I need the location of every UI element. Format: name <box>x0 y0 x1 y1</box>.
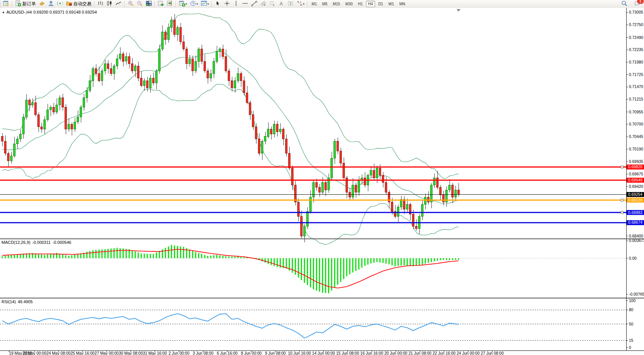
timeframe-h4-button[interactable]: H4 <box>366 1 375 7</box>
svg-text:0.69139: 0.69139 <box>628 198 642 202</box>
trendline-tool-button[interactable] <box>250 0 259 8</box>
svg-text:15 Jun 08:00: 15 Jun 08:00 <box>336 351 359 355</box>
templates-button[interactable]: ▾ <box>199 0 210 8</box>
price-axis[interactable]: 0.730050.727500.724900.722350.719800.717… <box>626 10 644 238</box>
cursor-icon <box>215 0 221 8</box>
svg-text:F: F <box>273 4 275 6</box>
linechart-icon <box>116 0 122 8</box>
svg-text:0.71470: 0.71470 <box>629 84 643 89</box>
svg-text:27 Jun 08:00: 27 Jun 08:00 <box>481 351 504 355</box>
chart-shift-button[interactable] <box>165 0 175 8</box>
crosshair-icon <box>224 0 230 8</box>
market-watch-button[interactable] <box>2 0 11 8</box>
rsi-indicator-label: RSI(14)49.4905 <box>2 299 35 304</box>
fibo-icon: F <box>269 0 275 8</box>
timeframe-m1-button[interactable]: M1 <box>309 1 319 7</box>
clock-icon <box>190 0 196 8</box>
auto-scroll-button[interactable] <box>156 0 165 8</box>
rsi-pane[interactable]: 1008050150 <box>0 298 636 350</box>
svg-text:24 Jun 00:00: 24 Jun 00:00 <box>457 351 480 355</box>
timeframe-m15-button[interactable]: M15 <box>330 1 342 7</box>
search-icon <box>621 0 627 8</box>
signals-button[interactable] <box>56 0 65 8</box>
horizontal-line-tool-button[interactable] <box>241 0 250 8</box>
chevron-down-icon[interactable]: ▾ <box>207 2 209 6</box>
market-button[interactable] <box>37 0 46 8</box>
macd-signal-value: -0.000546 <box>53 240 71 245</box>
svg-text:0.72750: 0.72750 <box>629 22 643 27</box>
svg-text:27 May 00:00: 27 May 00:00 <box>95 351 119 355</box>
tile-windows-button[interactable] <box>144 0 153 8</box>
line-chart-mode-button[interactable] <box>114 0 123 8</box>
community-button[interactable] <box>46 0 56 8</box>
autoscroll-icon <box>158 0 164 8</box>
svg-text:-0.007656: -0.007656 <box>629 292 644 296</box>
chevron-down-icon[interactable]: ▾ <box>185 2 187 6</box>
autotrading-button[interactable]: 自动交易 <box>65 0 93 8</box>
svg-text:50: 50 <box>629 322 633 326</box>
svg-text:22 Jun 16:00: 22 Jun 16:00 <box>432 351 456 355</box>
svg-text:80: 80 <box>629 307 633 312</box>
svg-text:0.68883: 0.68883 <box>628 210 642 215</box>
profiles-button[interactable]: ▾ <box>188 0 199 8</box>
neworder-icon <box>15 0 21 8</box>
chartshift-icon <box>167 0 173 8</box>
timeframe-m30-button[interactable]: M30 <box>343 1 355 7</box>
bar-chart-mode-button[interactable] <box>96 0 105 8</box>
notifications-button[interactable]: 1 <box>633 0 642 8</box>
svg-text:31 May 16:00: 31 May 16:00 <box>143 351 167 355</box>
svg-text:0: 0 <box>629 345 631 350</box>
candle-chart-mode-button[interactable] <box>105 0 114 8</box>
svg-text:0.69820: 0.69820 <box>628 164 642 169</box>
crosshair-tool-button[interactable] <box>222 0 232 8</box>
timeframe-h1-button[interactable]: H1 <box>356 1 365 7</box>
chevron-down-icon[interactable]: ▾ <box>303 2 304 6</box>
zoom-in-button[interactable] <box>126 0 135 8</box>
svg-text:0.68674: 0.68674 <box>628 220 642 225</box>
svg-text:21 Jun 08:00: 21 Jun 08:00 <box>408 351 431 355</box>
channel-icon: E <box>260 0 266 8</box>
rsi-value: 49.4905 <box>18 299 33 304</box>
svg-text:0.70445: 0.70445 <box>629 134 643 139</box>
vertical-line-tool-button[interactable] <box>232 0 241 8</box>
svg-text:T: T <box>290 2 292 5</box>
toolbar-handle <box>0 1 1 7</box>
svg-text:0.00: 0.00 <box>629 256 637 260</box>
chart-title-overlay: ▼AUDUSD-,H40.69200 0.69371 0.69148 0.692… <box>2 10 98 14</box>
chevron-down-icon[interactable]: ▾ <box>196 2 198 6</box>
equidistant-channel-tool-button[interactable]: E <box>259 0 268 8</box>
new-chart-button[interactable]: ▾ <box>178 0 188 8</box>
svg-text:14 Jun 00:00: 14 Jun 00:00 <box>312 351 335 355</box>
timeframe-w1-button[interactable]: W1 <box>386 1 396 7</box>
chart-canvas[interactable]: 0.730050.727500.724900.722350.719800.717… <box>0 8 644 355</box>
chart-shift-marker <box>457 9 460 12</box>
chart-symbol-period: AUDUSD-,H4 <box>6 10 32 14</box>
macd-pane[interactable]: 0.0036720.00-0.007656 <box>0 238 644 296</box>
svg-text:0.70700: 0.70700 <box>629 122 643 126</box>
zoomin-icon <box>128 0 134 8</box>
chevron-down-icon[interactable]: ▼ <box>2 11 5 14</box>
timeframe-d1-button[interactable]: D1 <box>376 1 385 7</box>
svg-text:0.72490: 0.72490 <box>629 35 643 40</box>
chart-window[interactable]: 0.730050.727500.724900.722350.719800.717… <box>0 8 644 355</box>
notification-badge: 1 <box>637 0 644 4</box>
fibonacci-tool-button[interactable]: F <box>268 0 277 8</box>
toolbar-separator <box>124 1 125 7</box>
zoom-out-button[interactable] <box>135 0 144 8</box>
toolbar-separator <box>94 1 95 7</box>
svg-text:0.70955: 0.70955 <box>629 110 643 114</box>
search-button[interactable] <box>620 0 629 8</box>
timeframe-mn-button[interactable]: MN <box>397 1 408 7</box>
svg-text:0.70190: 0.70190 <box>629 147 643 151</box>
svg-text:0.69935: 0.69935 <box>629 159 643 164</box>
cursor-tool-button[interactable] <box>213 0 222 8</box>
text-label-tool-button[interactable]: T <box>286 0 295 8</box>
text-tool-button[interactable]: A <box>277 0 286 8</box>
signal-icon <box>57 0 63 8</box>
time-axis[interactable]: 19 May 202223 May 00:0024 May 08:0025 Ma… <box>9 350 504 355</box>
arrows-tool-button[interactable]: ▾ <box>295 0 306 8</box>
timeframe-m5-button[interactable]: M5 <box>320 1 330 7</box>
svg-text:20 Jun 00:00: 20 Jun 00:00 <box>385 351 408 355</box>
new-order-button[interactable]: 新订单 <box>14 0 37 8</box>
newchart-icon <box>179 0 185 8</box>
